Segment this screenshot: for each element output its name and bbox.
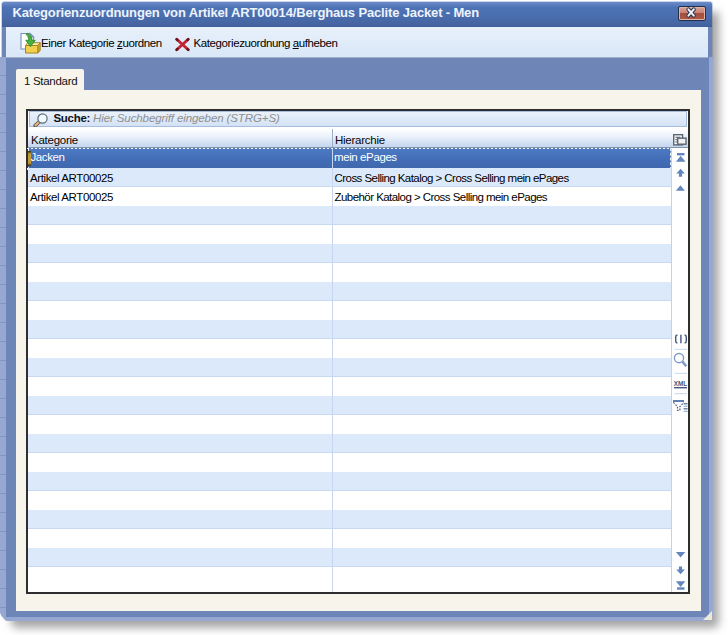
svg-text:XML: XML	[674, 378, 688, 387]
